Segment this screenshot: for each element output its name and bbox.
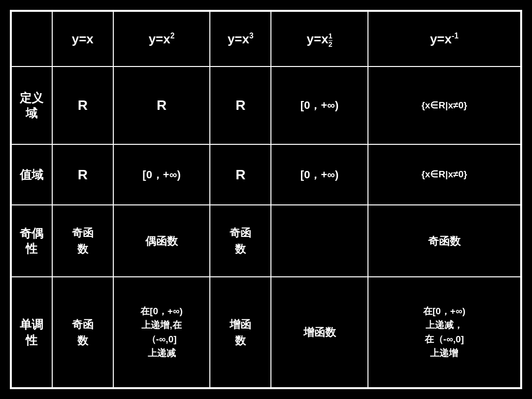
domain-col3: R [210,66,271,144]
header-col3: y=x3 [210,11,271,66]
mono-col2: 在[0，+∞)上递增,在（-∞,0]上递减 [113,277,210,388]
header-row: y=x y=x2 y=x3 y=x12 y=x-1 [11,11,521,66]
main-table-container: y=x y=x2 y=x3 y=x12 y=x-1 定义域 R R [10,10,522,389]
row-parity: 奇偶性 奇函数 偶函数 奇函数 奇函数 [11,205,521,277]
row-range: 值域 R [0，+∞) R [0，+∞) {x∈R|x≠0} [11,144,521,205]
mono-col5: 在[0，+∞)上递减，在（-∞,0]上递增 [368,277,521,388]
mono-col1: 奇函数 [52,277,113,388]
label-parity: 奇偶性 [11,205,52,277]
label-range: 值域 [11,144,52,205]
range-col1: R [52,144,113,205]
range-col4: [0，+∞) [271,144,367,205]
header-col5: y=x-1 [368,11,521,66]
parity-col2: 偶函数 [113,205,210,277]
range-col5: {x∈R|x≠0} [368,144,521,205]
mono-col4: 增函数 [271,277,367,388]
parity-col5: 奇函数 [368,205,521,277]
row-domain: 定义域 R R R [0，+∞) {x∈R|x≠0} [11,66,521,144]
header-empty [11,11,52,66]
parity-col4 [271,205,367,277]
domain-col1: R [52,66,113,144]
range-col2: [0，+∞) [113,144,210,205]
label-domain: 定义域 [11,66,52,144]
mono-col3: 增函数 [210,277,271,388]
func3-label: y=x3 [228,32,254,46]
row-monotonicity: 单调性 奇函数 在[0，+∞)上递增,在（-∞,0]上递减 增函数 增函数 在[… [11,277,521,388]
func5-label: y=x-1 [430,32,459,46]
domain-col5: {x∈R|x≠0} [368,66,521,144]
domain-col4: [0，+∞) [271,66,367,144]
range-col3: R [210,144,271,205]
func1-label: y=x [72,32,94,46]
header-col1: y=x [52,11,113,66]
header-col4: y=x12 [271,11,367,66]
parity-col3: 奇函数 [210,205,271,277]
func4-label: y=x12 [307,32,332,46]
header-col2: y=x2 [113,11,210,66]
parity-col1: 奇函数 [52,205,113,277]
domain-col2: R [113,66,210,144]
label-monotonicity: 单调性 [11,277,52,388]
function-comparison-table: y=x y=x2 y=x3 y=x12 y=x-1 定义域 R R [11,11,521,388]
func2-label: y=x2 [149,32,175,46]
